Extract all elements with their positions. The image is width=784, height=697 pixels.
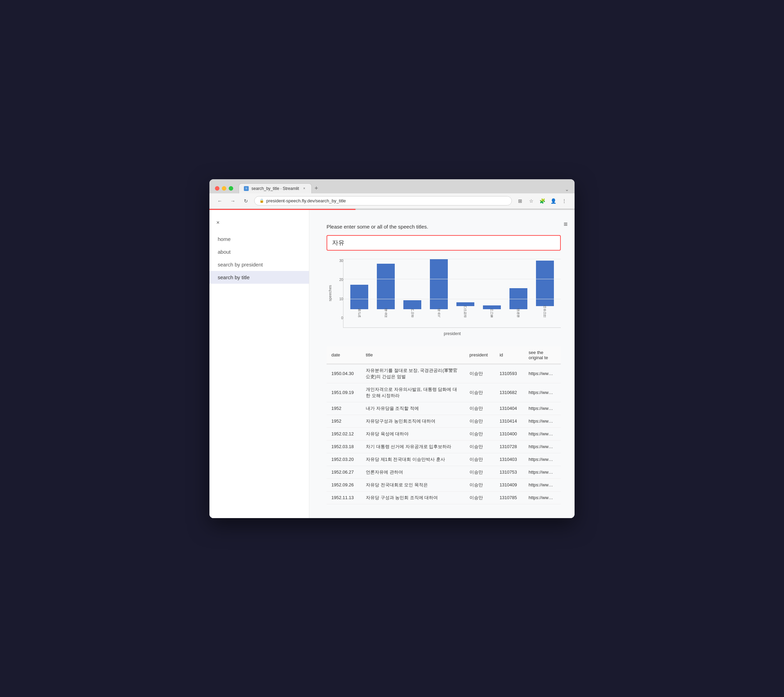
bar-1: [377, 264, 395, 309]
bar-6: [509, 288, 527, 309]
tab-title: search_by_title · Streamlit: [252, 186, 299, 191]
y-tick-0: 0: [333, 316, 343, 320]
cell-title: 자유당 전국대회로 모인 목적은: [361, 479, 464, 491]
profile-button[interactable]: 👤: [548, 196, 558, 206]
refresh-button[interactable]: ↻: [241, 196, 251, 206]
bookmark-button[interactable]: ☆: [526, 196, 536, 206]
close-window-button[interactable]: [215, 186, 219, 191]
bar-label-0: 박근혜: [357, 311, 362, 320]
y-axis-label: speeches: [328, 285, 332, 301]
page-subtitle: Please enter some or all of the speech t…: [326, 224, 561, 230]
sidebar-item-search-by-president[interactable]: search by president: [209, 258, 309, 271]
col-header-id: id: [495, 347, 524, 364]
table-row: 1952.02.12 자유당 육성에 대하야 이승만 1310400 https…: [326, 428, 561, 440]
cell-president: 이승만: [464, 383, 495, 402]
cell-url: https://www.pa.g: [524, 466, 561, 479]
browser-titlebar: S search_by_title · Streamlit × + ⌄: [209, 179, 575, 193]
address-bar[interactable]: 🔒 president-speech.fly.dev/search_by_tit…: [254, 196, 512, 205]
table-row: 1952.11.13 자유당 구성과 농민회 조직에 대하여 이승만 13107…: [326, 491, 561, 504]
sidebar-close-button[interactable]: ×: [209, 217, 226, 233]
col-header-president: president: [464, 347, 495, 364]
chart-container: speeches 30 20 10 0: [326, 259, 561, 336]
hamburger-menu-button[interactable]: ≡: [563, 220, 568, 228]
url-text: president-speech.fly.dev/search_by_title: [266, 198, 346, 203]
sidebar-item-search-by-title[interactable]: search by title: [209, 271, 309, 284]
bar-label-6: 화학한: [516, 311, 520, 320]
bar-label-4: 문재인니: [463, 307, 468, 320]
table-row: 1951.09.19 개인자격으로 자유의사발표, 대통령 담화에 대한 오해 …: [326, 383, 561, 402]
tab-bar: S search_by_title · Streamlit × + ⌄: [239, 183, 569, 193]
cell-id: 1310409: [495, 479, 524, 491]
col-header-date: date: [326, 347, 361, 364]
back-button[interactable]: ←: [215, 196, 225, 206]
cell-url: https://www.pa.g: [524, 364, 561, 383]
cell-id: 1310593: [495, 364, 524, 383]
cell-title: 자유당 육성에 대하야: [361, 428, 464, 440]
bar-group-0: 박근혜: [347, 259, 372, 320]
sidebar-item-home[interactable]: home: [209, 233, 309, 245]
cell-president: 이승만: [464, 428, 495, 440]
cell-id: 1310403: [495, 453, 524, 466]
sidebar-item-about[interactable]: about: [209, 245, 309, 258]
cell-date: 1952.09.26: [326, 479, 361, 491]
cell-date: 1951.09.19: [326, 383, 361, 402]
main-content: ≡ Please enter some or all of the speech…: [309, 210, 575, 518]
table-row: 1950.04.30 자유분위기를 절대로 보장, 국경관공리(軍警官公吏)의 …: [326, 364, 561, 383]
bar-group-4: 문재인니: [453, 259, 478, 320]
bar-label-2: 윤마나: [410, 311, 415, 320]
cell-url: https://www.pa.g: [524, 479, 561, 491]
cell-date: 1952: [326, 415, 361, 428]
tab-close-button[interactable]: ×: [302, 186, 306, 191]
table-row: 1952.06.27 언론자유에 관하여 이승만 1310753 https:/…: [326, 466, 561, 479]
table-row: 1952 내가 자유당을 조직할 적에 이승만 1310404 https://…: [326, 402, 561, 415]
chart-x-label: president: [344, 331, 561, 336]
y-tick-30: 30: [333, 259, 343, 263]
col-header-title: title: [361, 347, 464, 364]
app-layout: × home about search by president search …: [209, 210, 575, 518]
cell-url: https://www.pa.g: [524, 415, 561, 428]
cell-title: 자유당구성과 농민회조직에 대하여: [361, 415, 464, 428]
traffic-lights: [215, 186, 233, 191]
cell-url: https://www.pa.g: [524, 402, 561, 415]
cell-president: 이승만: [464, 466, 495, 479]
bar-5: [483, 306, 501, 309]
bar-group-1: 전두환: [374, 259, 399, 320]
cell-id: 1310400: [495, 428, 524, 440]
sidebar-nav: home about search by president search by…: [209, 233, 309, 284]
bar-label-5: 통디다: [489, 311, 494, 320]
cell-id: 1310728: [495, 440, 524, 453]
bar-group-3: 노무현: [427, 259, 451, 320]
bar-7: [536, 261, 554, 306]
cell-url: https://www.pa.g: [524, 428, 561, 440]
maximize-window-button[interactable]: [229, 186, 233, 191]
cell-url: https://www.pa.g: [524, 453, 561, 466]
active-tab[interactable]: S search_by_title · Streamlit ×: [239, 183, 312, 193]
cell-date: 1952.11.13: [326, 491, 361, 504]
browser-actions: ⊞ ☆ 🧩 👤 ⋮: [516, 196, 569, 206]
cell-id: 1310785: [495, 491, 524, 504]
cell-url: https://www.pa.g: [524, 383, 561, 402]
sidebar: × home about search by president search …: [209, 210, 309, 518]
cell-date: 1952.03.18: [326, 440, 361, 453]
forward-button[interactable]: →: [228, 196, 238, 206]
cell-id: 1310414: [495, 415, 524, 428]
bar-group-5: 통디다: [479, 259, 504, 320]
data-table: date title president id see the original…: [326, 347, 561, 504]
menu-button[interactable]: ⋮: [559, 196, 569, 206]
cell-president: 이승만: [464, 491, 495, 504]
browser-chrome: S search_by_title · Streamlit × + ⌄ ← → …: [209, 179, 575, 210]
search-input[interactable]: [326, 235, 561, 251]
cell-president: 이승만: [464, 364, 495, 383]
cell-title: 언론자유에 관하여: [361, 466, 464, 479]
cell-president: 이승만: [464, 440, 495, 453]
extensions-button[interactable]: 🧩: [537, 196, 547, 206]
cell-president: 이승만: [464, 415, 495, 428]
table-row: 1952.03.18 차기 대통령 선거에 자유공개로 입후보하라 이승만 13…: [326, 440, 561, 453]
table-row: 1952 자유당구성과 농민회조직에 대하여 이승만 1310414 https…: [326, 415, 561, 428]
col-header-url: see the original te: [524, 347, 561, 364]
bar-2: [404, 300, 421, 309]
new-tab-button[interactable]: +: [312, 185, 321, 193]
translate-button[interactable]: ⊞: [516, 196, 525, 206]
lock-icon: 🔒: [259, 198, 264, 203]
minimize-window-button[interactable]: [222, 186, 226, 191]
